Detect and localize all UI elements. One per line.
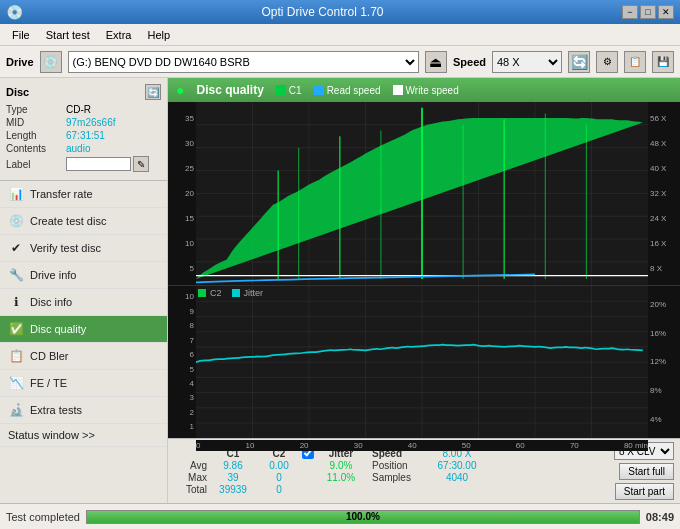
stats-table: C1 C2 Jitter Speed 8.00 X Avg 9.86 0.00 bbox=[174, 447, 492, 495]
close-button[interactable]: ✕ bbox=[658, 5, 674, 19]
legend-write-label: Write speed bbox=[406, 85, 459, 96]
sidebar-item-label: Verify test disc bbox=[30, 242, 101, 254]
right-panel: ● Disc quality C1 Read speed Write speed bbox=[168, 78, 680, 503]
eject-button[interactable]: ⏏ bbox=[425, 51, 447, 73]
sidebar-item-label: Disc info bbox=[30, 296, 72, 308]
menubar: File Start test Extra Help bbox=[0, 24, 680, 46]
drive-icon: 💿 bbox=[40, 51, 62, 73]
save-button[interactable]: 💾 bbox=[652, 51, 674, 73]
status-window-label: Status window >> bbox=[8, 429, 95, 441]
legend-write-color bbox=[393, 85, 403, 95]
sidebar-item-label: Disc quality bbox=[30, 323, 86, 335]
sidebar-item-label: Drive info bbox=[30, 269, 76, 281]
drive-info-icon: 🔧 bbox=[8, 267, 24, 283]
statusbar: Test completed 100.0% 08:49 bbox=[0, 503, 680, 529]
sidebar-item-verify-test-disc[interactable]: ✔ Verify test disc bbox=[0, 235, 167, 262]
total-label: Total bbox=[174, 484, 210, 495]
app-icon: 💿 bbox=[6, 4, 23, 20]
length-val: 67:31:51 bbox=[66, 130, 105, 141]
info-button[interactable]: 📋 bbox=[624, 51, 646, 73]
bottom-chart-wrapper: 10 9 8 7 6 5 4 3 2 1 bbox=[168, 285, 680, 438]
status-time: 08:49 bbox=[646, 511, 674, 523]
menu-file[interactable]: File bbox=[4, 27, 38, 43]
max-c2: 0 bbox=[256, 472, 302, 483]
disc-info-icon: ℹ bbox=[8, 294, 24, 310]
label-edit-button[interactable]: ✎ bbox=[133, 156, 149, 172]
sidebar-item-cd-bler[interactable]: 📋 CD Bler bbox=[0, 343, 167, 370]
sidebar-item-status-window[interactable]: Status window >> bbox=[0, 424, 167, 447]
minimize-button[interactable]: − bbox=[622, 5, 638, 19]
label-key: Label bbox=[6, 159, 66, 170]
c2-legend: C2 Jitter bbox=[198, 288, 263, 298]
position-label: Position bbox=[372, 460, 422, 471]
menu-help[interactable]: Help bbox=[139, 27, 178, 43]
create-disc-icon: 💿 bbox=[8, 213, 24, 229]
menu-extra[interactable]: Extra bbox=[98, 27, 140, 43]
total-c1: 39939 bbox=[210, 484, 256, 495]
maximize-button[interactable]: □ bbox=[640, 5, 656, 19]
label-input[interactable] bbox=[66, 157, 131, 171]
sidebar-item-label: CD Bler bbox=[30, 350, 69, 362]
disc-title: Disc bbox=[6, 86, 29, 98]
top-chart-svg bbox=[196, 102, 648, 285]
samples-label: Samples bbox=[372, 472, 422, 483]
max-jitter: 11.0% bbox=[318, 472, 364, 483]
avg-jitter: 9.0% bbox=[318, 460, 364, 471]
progress-text: 100.0% bbox=[87, 511, 639, 523]
legend-c1-color bbox=[276, 85, 286, 95]
legend-read-label: Read speed bbox=[327, 85, 381, 96]
sidebar-item-disc-quality[interactable]: ✅ Disc quality bbox=[0, 316, 167, 343]
sidebar-item-drive-info[interactable]: 🔧 Drive info bbox=[0, 262, 167, 289]
legend-write-speed: Write speed bbox=[393, 85, 459, 96]
jitter-color bbox=[232, 289, 240, 297]
start-full-button[interactable]: Start full bbox=[619, 463, 674, 480]
menu-start-test[interactable]: Start test bbox=[38, 27, 98, 43]
top-chart-svg-area: 0 10 20 30 40 50 60 70 80 min bbox=[196, 102, 648, 285]
status-text: Test completed bbox=[6, 511, 80, 523]
legend-c1: C1 bbox=[276, 85, 302, 96]
avg-c1: 9.86 bbox=[210, 460, 256, 471]
bottom-chart-svg-area: C2 Jitter bbox=[196, 286, 648, 438]
sidebar-item-fe-te[interactable]: 📉 FE / TE bbox=[0, 370, 167, 397]
speed-label: Speed bbox=[453, 56, 486, 68]
length-key: Length bbox=[6, 130, 66, 141]
y-axis-left-bottom: 10 9 8 7 6 5 4 3 2 1 bbox=[168, 286, 196, 438]
sidebar-item-disc-info[interactable]: ℹ Disc info bbox=[0, 289, 167, 316]
type-val: CD-R bbox=[66, 104, 91, 115]
window-controls: − □ ✕ bbox=[622, 5, 674, 19]
start-part-button[interactable]: Start part bbox=[615, 483, 674, 500]
avg-c2: 0.00 bbox=[256, 460, 302, 471]
jitter-label: Jitter bbox=[244, 288, 264, 298]
contents-key: Contents bbox=[6, 143, 66, 154]
max-row: Max 39 0 11.0% Samples 4040 bbox=[174, 472, 492, 483]
chart-header: ● Disc quality C1 Read speed Write speed bbox=[168, 78, 680, 102]
sidebar-menu: 📊 Transfer rate 💿 Create test disc ✔ Ver… bbox=[0, 181, 167, 503]
sidebar-item-transfer-rate[interactable]: 📊 Transfer rate bbox=[0, 181, 167, 208]
sidebar-item-label: Extra tests bbox=[30, 404, 82, 416]
sidebar-item-extra-tests[interactable]: 🔬 Extra tests bbox=[0, 397, 167, 424]
c2-color bbox=[198, 289, 206, 297]
legend-c1-label: C1 bbox=[289, 85, 302, 96]
top-chart-wrapper: 35 30 25 20 15 10 5 bbox=[168, 102, 680, 285]
drivebar: Drive 💿 (G:) BENQ DVD DD DW1640 BSRB ⏏ S… bbox=[0, 46, 680, 78]
verify-disc-icon: ✔ bbox=[8, 240, 24, 256]
legend-read-speed: Read speed bbox=[314, 85, 381, 96]
refresh-button[interactable]: 🔄 bbox=[568, 51, 590, 73]
bottom-chart-svg bbox=[196, 286, 648, 438]
progress-bar: 100.0% bbox=[86, 510, 640, 524]
max-c1: 39 bbox=[210, 472, 256, 483]
settings-button[interactable]: ⚙ bbox=[596, 51, 618, 73]
sidebar-item-label: Create test disc bbox=[30, 215, 106, 227]
disc-refresh-button[interactable]: 🔄 bbox=[145, 84, 161, 100]
samples-val: 4040 bbox=[422, 472, 492, 483]
speed-select[interactable]: 48 X bbox=[492, 51, 562, 73]
disc-quality-icon: ✅ bbox=[8, 321, 24, 337]
main-content: Disc 🔄 Type CD-R MID 97m26s66f Length 67… bbox=[0, 78, 680, 503]
sidebar-item-label: FE / TE bbox=[30, 377, 67, 389]
drive-select[interactable]: (G:) BENQ DVD DD DW1640 BSRB bbox=[68, 51, 419, 73]
disc-info-panel: Disc 🔄 Type CD-R MID 97m26s66f Length 67… bbox=[0, 78, 167, 181]
total-row: Total 39939 0 bbox=[174, 484, 492, 495]
legend-read-color bbox=[314, 85, 324, 95]
transfer-rate-icon: 📊 bbox=[8, 186, 24, 202]
sidebar-item-create-test-disc[interactable]: 💿 Create test disc bbox=[0, 208, 167, 235]
